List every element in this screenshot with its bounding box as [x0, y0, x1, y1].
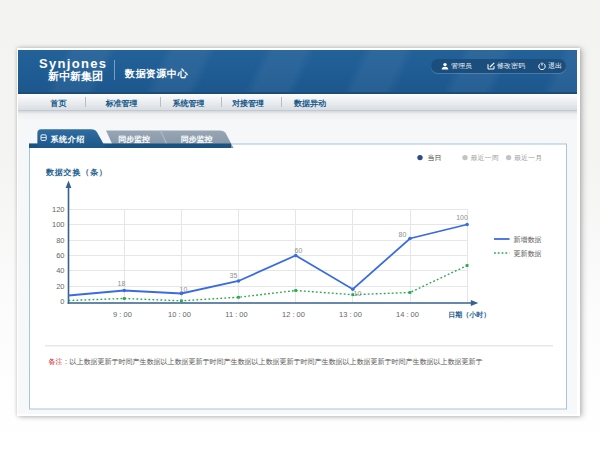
svg-text:11 : 00: 11 : 00	[225, 310, 247, 319]
svg-text:最近一周: 最近一周	[471, 154, 499, 161]
svg-text:同步监控: 同步监控	[181, 135, 213, 144]
svg-text:10: 10	[180, 286, 188, 293]
svg-text:日期（小时）: 日期（小时）	[448, 311, 490, 319]
svg-text:同步监控: 同步监控	[118, 135, 150, 144]
svg-text:100: 100	[456, 214, 468, 221]
svg-text:35: 35	[230, 272, 238, 279]
svg-text:13 : 00: 13 : 00	[339, 310, 362, 319]
svg-text:12 : 00: 12 : 00	[282, 310, 305, 319]
svg-text:14 : 00: 14 : 00	[396, 310, 419, 319]
svg-text:80: 80	[56, 236, 64, 245]
svg-text:10 : 00: 10 : 00	[168, 310, 191, 319]
svg-text:新增数据: 新增数据	[514, 235, 542, 244]
svg-text:40: 40	[56, 266, 64, 275]
svg-text:最近一月: 最近一月	[514, 154, 542, 162]
svg-text:80: 80	[399, 231, 407, 238]
svg-text:60: 60	[295, 247, 303, 254]
svg-text:20: 20	[56, 282, 64, 291]
svg-text:120: 120	[52, 205, 65, 214]
svg-text:系统介绍: 系统介绍	[50, 134, 85, 144]
svg-text:数据交换（条）: 数据交换（条）	[45, 168, 108, 177]
svg-text:备注：以上数据更新于时间产生数据以上数据更新于时间产生数据以: 备注：以上数据更新于时间产生数据以上数据更新于时间产生数据以上数据更新于时间产生…	[49, 357, 483, 366]
svg-text:100: 100	[52, 220, 65, 229]
svg-text:60: 60	[56, 251, 64, 260]
svg-text:更新数据: 更新数据	[514, 249, 542, 258]
svg-text:当日: 当日	[428, 154, 442, 162]
svg-text:18: 18	[118, 280, 126, 287]
svg-text:10: 10	[354, 290, 362, 297]
svg-text:9 : 00: 9 : 00	[113, 310, 132, 319]
svg-text:0: 0	[60, 297, 64, 306]
